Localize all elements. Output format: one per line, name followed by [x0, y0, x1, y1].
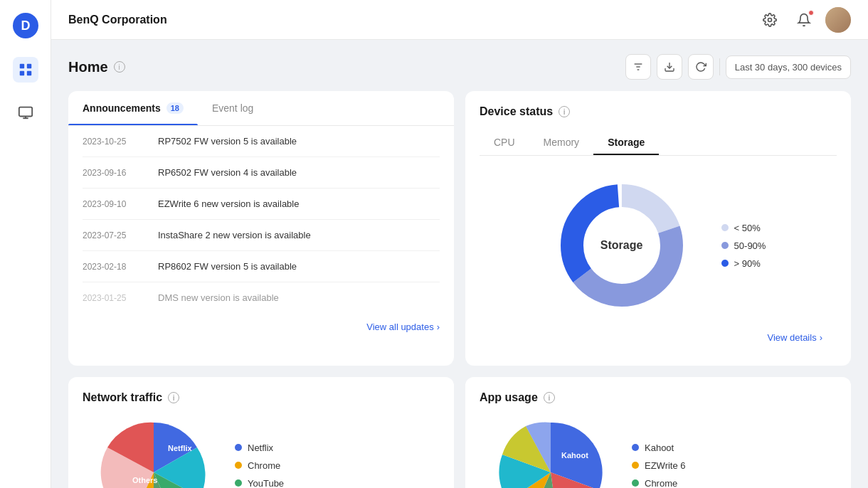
- download-button[interactable]: [657, 54, 682, 80]
- legend-dot-ezwrite: [632, 462, 639, 469]
- topbar-company: BenQ Corporation: [68, 14, 757, 26]
- app-legend: Kahoot EZWrite 6 Chrome: [632, 442, 686, 489]
- svg-text:Others: Others: [132, 476, 157, 484]
- ann-date: 2023-09-10: [83, 199, 147, 209]
- page-title: Home: [68, 59, 108, 75]
- ann-text: InstaShare 2 new version is available: [158, 230, 311, 240]
- page-content: Home i Last 30 days, 300 devices: [51, 40, 868, 488]
- svg-rect-5: [26, 71, 31, 75]
- app-usage-info-icon[interactable]: i: [544, 392, 555, 403]
- network-chart-area: Others Netflix Netflix Chrome: [83, 415, 440, 488]
- page-title-info-icon[interactable]: i: [114, 61, 125, 73]
- legend-dot-youtube: [235, 479, 242, 487]
- legend-dot-low: [721, 224, 729, 231]
- tab-memory[interactable]: Memory: [529, 129, 594, 155]
- ann-text: RP8602 FW version 5 is available: [158, 261, 297, 272]
- device-status-tabs: CPU Memory Storage: [480, 129, 837, 156]
- list-item: 2023-02-18 RP8602 FW version 5 is availa…: [83, 251, 440, 282]
- ann-text: RP7502 FW version 5 is available: [158, 136, 297, 147]
- ann-text: EZWrite 6 new version is available: [158, 198, 299, 209]
- tab-announcements[interactable]: Announcements 18: [68, 91, 198, 125]
- app-usage-pie-chart: Kahoot Chrome: [472, 415, 615, 488]
- main-content: BenQ Corporation Home i: [51, 0, 868, 488]
- legend-dot-kahoot: [632, 444, 639, 451]
- filter-button[interactable]: [625, 54, 651, 80]
- network-traffic-title: Network traffic i: [83, 391, 440, 404]
- svg-text:Kahoot: Kahoot: [561, 451, 588, 460]
- page-header-actions: Last 30 days, 300 devices: [625, 54, 851, 80]
- page-header: Home i Last 30 days, 300 devices: [68, 54, 851, 80]
- topbar-actions: [757, 7, 851, 33]
- ann-date: 2023-07-25: [83, 230, 147, 240]
- legend-item-mid: 50-90%: [721, 240, 766, 251]
- ann-text: DMS new version is available: [158, 292, 279, 303]
- svg-text:D: D: [21, 18, 30, 33]
- list-item: 2023-10-25 RP7502 FW version 5 is availa…: [83, 126, 440, 157]
- legend-app-chrome: Chrome: [632, 478, 686, 489]
- list-item: 2023-09-16 RP6502 FW version 4 is availa…: [83, 157, 440, 189]
- refresh-button[interactable]: [688, 54, 714, 80]
- list-item: 2023-09-10 EZWrite 6 new version is avai…: [83, 189, 440, 220]
- legend-dot-chrome: [235, 462, 242, 469]
- legend-dot-mid: [721, 242, 729, 249]
- network-traffic-info-icon[interactable]: i: [168, 392, 179, 403]
- legend-item-high: > 90%: [721, 258, 766, 269]
- list-item: 2023-07-25 InstaShare 2 new version is a…: [83, 220, 440, 251]
- network-traffic-card: Network traffic i: [68, 377, 454, 488]
- filter-label: Last 30 days, 300 devices: [726, 55, 851, 79]
- svg-rect-4: [19, 71, 23, 75]
- storage-chart-area: Storage < 50% 50-90% > 90%: [480, 167, 837, 324]
- legend-ezwrite: EZWrite 6: [632, 460, 686, 471]
- svg-rect-2: [19, 64, 23, 68]
- sidebar-item-grid[interactable]: [13, 57, 38, 83]
- logo[interactable]: D: [11, 11, 40, 40]
- legend-kahoot: Kahoot: [632, 442, 686, 453]
- topbar: BenQ Corporation: [51, 0, 868, 40]
- device-status-info-icon[interactable]: i: [559, 106, 570, 117]
- ann-text: RP6502 FW version 4 is available: [158, 167, 297, 178]
- legend-netflix: Netflix: [235, 442, 284, 453]
- legend-dot-high: [721, 260, 729, 267]
- network-legend: Netflix Chrome YouTube: [235, 442, 284, 489]
- tab-event-log[interactable]: Event log: [198, 91, 268, 125]
- avatar[interactable]: [825, 7, 851, 33]
- device-status-footer: View details ›: [480, 324, 837, 351]
- storage-donut-chart: Storage: [551, 174, 693, 317]
- donut-center-label: Storage: [600, 239, 643, 252]
- svg-rect-3: [26, 64, 31, 68]
- device-status-title: Device status i: [480, 105, 837, 118]
- network-pie-chart: Others Netflix: [75, 415, 218, 488]
- legend-chrome: Chrome: [235, 460, 284, 471]
- tab-storage[interactable]: Storage: [593, 129, 659, 155]
- ann-date: 2023-10-25: [83, 137, 147, 147]
- notifications-button[interactable]: [791, 7, 817, 33]
- legend-youtube: YouTube: [235, 478, 284, 489]
- view-all-updates-button[interactable]: View all updates ›: [366, 322, 440, 332]
- tab-cpu[interactable]: CPU: [480, 129, 529, 155]
- ann-date: 2023-01-25: [83, 293, 147, 303]
- sidebar: D: [0, 0, 51, 488]
- legend-dot-netflix: [235, 444, 242, 451]
- app-usage-title: App usage i: [480, 391, 837, 404]
- settings-button[interactable]: [757, 7, 783, 33]
- ann-date: 2023-02-18: [83, 262, 147, 272]
- dashboard-grid: Announcements 18 Event log 2023-10-25 RP…: [68, 91, 851, 488]
- legend-item-low: < 50%: [721, 223, 766, 233]
- sidebar-item-monitor[interactable]: [13, 100, 38, 125]
- device-status-card: Device status i CPU Memory Storage: [465, 91, 851, 366]
- list-item: 2023-01-25 DMS new version is available: [83, 282, 440, 313]
- app-usage-card: App usage i: [465, 377, 851, 488]
- announcements-footer: View all updates ›: [68, 313, 454, 341]
- view-details-button[interactable]: View details ›: [768, 332, 822, 343]
- header-divider: [719, 58, 720, 75]
- storage-legend: < 50% 50-90% > 90%: [721, 223, 766, 269]
- announcements-tabs: Announcements 18 Event log: [68, 91, 454, 126]
- announcements-badge: 18: [166, 102, 184, 114]
- announcements-card: Announcements 18 Event log 2023-10-25 RP…: [68, 91, 454, 366]
- svg-rect-6: [18, 107, 31, 117]
- legend-dot-app-chrome: [632, 479, 639, 487]
- svg-point-9: [768, 18, 772, 21]
- app-chart-area: Kahoot Chrome Kahoot EZWrite 6: [480, 415, 837, 488]
- avatar-image: [825, 7, 851, 33]
- announcement-list: 2023-10-25 RP7502 FW version 5 is availa…: [68, 126, 454, 313]
